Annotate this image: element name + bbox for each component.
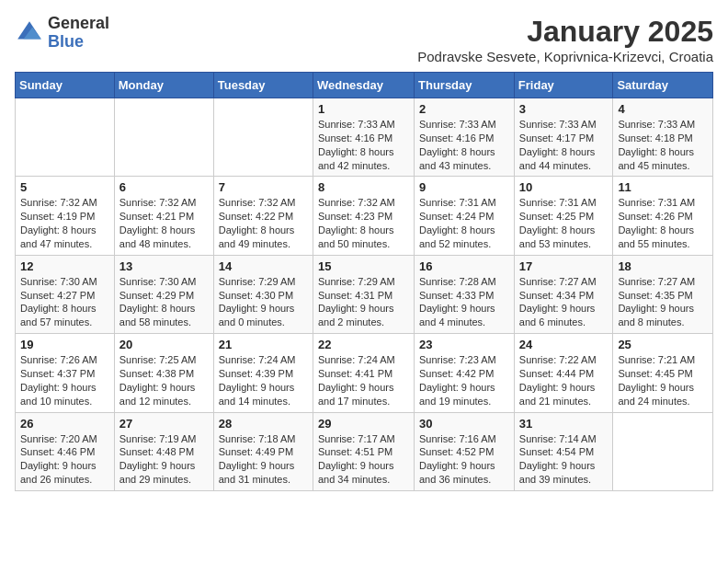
- day-info: Sunrise: 7:24 AM Sunset: 4:39 PM Dayligh…: [219, 353, 308, 408]
- day-number: 26: [20, 417, 109, 431]
- day-number: 22: [318, 338, 409, 351]
- calendar-week-row: 1Sunrise: 7:33 AM Sunset: 4:16 PM Daylig…: [16, 98, 713, 177]
- day-number: 18: [618, 259, 708, 273]
- day-info: Sunrise: 7:29 AM Sunset: 4:31 PM Dayligh…: [318, 275, 409, 329]
- logo: General Blue: [15, 15, 109, 52]
- subtitle: Podravske Sesvete, Koprivnica-Krizevci, …: [417, 49, 713, 64]
- day-info: Sunrise: 7:23 AM Sunset: 4:42 PM Dayligh…: [419, 353, 509, 408]
- day-number: 20: [119, 338, 209, 351]
- day-info: Sunrise: 7:32 AM Sunset: 4:19 PM Dayligh…: [20, 196, 109, 250]
- day-info: Sunrise: 7:27 AM Sunset: 4:35 PM Dayligh…: [618, 275, 708, 329]
- calendar-cell: 31Sunrise: 7:14 AM Sunset: 4:54 PM Dayli…: [514, 412, 613, 490]
- calendar-cell: 21Sunrise: 7:24 AM Sunset: 4:39 PM Dayli…: [213, 334, 313, 412]
- calendar-cell: [613, 412, 713, 490]
- calendar-cell: 9Sunrise: 7:31 AM Sunset: 4:24 PM Daylig…: [415, 177, 515, 255]
- day-info: Sunrise: 7:31 AM Sunset: 4:25 PM Dayligh…: [519, 196, 609, 250]
- calendar-week-row: 12Sunrise: 7:30 AM Sunset: 4:27 PM Dayli…: [16, 255, 713, 333]
- calendar-cell: 3Sunrise: 7:33 AM Sunset: 4:17 PM Daylig…: [514, 98, 613, 177]
- logo-blue: Blue: [48, 33, 109, 52]
- day-info: Sunrise: 7:30 AM Sunset: 4:27 PM Dayligh…: [20, 275, 109, 329]
- day-number: 10: [519, 180, 609, 194]
- calendar-cell: 7Sunrise: 7:32 AM Sunset: 4:22 PM Daylig…: [213, 177, 313, 255]
- day-number: 27: [119, 417, 209, 431]
- day-number: 3: [519, 102, 609, 116]
- calendar-cell: 30Sunrise: 7:16 AM Sunset: 4:52 PM Dayli…: [415, 412, 515, 490]
- calendar-cell: [213, 98, 313, 177]
- day-info: Sunrise: 7:33 AM Sunset: 4:16 PM Dayligh…: [419, 118, 509, 172]
- day-number: 11: [618, 180, 708, 194]
- calendar-cell: 20Sunrise: 7:25 AM Sunset: 4:38 PM Dayli…: [114, 334, 213, 412]
- calendar-week-row: 19Sunrise: 7:26 AM Sunset: 4:37 PM Dayli…: [16, 334, 713, 412]
- day-number: 13: [119, 259, 209, 273]
- day-info: Sunrise: 7:26 AM Sunset: 4:37 PM Dayligh…: [20, 353, 109, 408]
- calendar-cell: 27Sunrise: 7:19 AM Sunset: 4:48 PM Dayli…: [114, 412, 213, 490]
- day-info: Sunrise: 7:32 AM Sunset: 4:21 PM Dayligh…: [119, 196, 209, 250]
- calendar-cell: 18Sunrise: 7:27 AM Sunset: 4:35 PM Dayli…: [613, 255, 713, 333]
- title-section: January 2025 Podravske Sesvete, Koprivni…: [417, 15, 713, 64]
- day-info: Sunrise: 7:24 AM Sunset: 4:41 PM Dayligh…: [318, 353, 409, 408]
- calendar-cell: 22Sunrise: 7:24 AM Sunset: 4:41 PM Dayli…: [313, 334, 414, 412]
- day-number: 29: [318, 417, 409, 431]
- day-number: 24: [519, 338, 609, 351]
- day-info: Sunrise: 7:33 AM Sunset: 4:17 PM Dayligh…: [519, 118, 609, 172]
- day-number: 2: [419, 102, 509, 116]
- day-info: Sunrise: 7:31 AM Sunset: 4:26 PM Dayligh…: [618, 196, 708, 250]
- day-info: Sunrise: 7:19 AM Sunset: 4:48 PM Dayligh…: [119, 432, 209, 487]
- day-info: Sunrise: 7:16 AM Sunset: 4:52 PM Dayligh…: [419, 432, 509, 487]
- page-header: General Blue January 2025 Podravske Sesv…: [15, 15, 713, 64]
- day-number: 28: [219, 417, 308, 431]
- day-info: Sunrise: 7:22 AM Sunset: 4:44 PM Dayligh…: [519, 353, 609, 408]
- day-number: 21: [219, 338, 308, 351]
- calendar-cell: [114, 98, 213, 177]
- day-info: Sunrise: 7:25 AM Sunset: 4:38 PM Dayligh…: [119, 353, 209, 408]
- day-number: 17: [519, 259, 609, 273]
- logo-text: General Blue: [48, 15, 109, 52]
- calendar-body: 1Sunrise: 7:33 AM Sunset: 4:16 PM Daylig…: [16, 98, 713, 491]
- header-row: SundayMondayTuesdayWednesdayThursdayFrid…: [16, 73, 713, 98]
- calendar-cell: 5Sunrise: 7:32 AM Sunset: 4:19 PM Daylig…: [16, 177, 115, 255]
- header-day: Friday: [514, 73, 613, 98]
- day-number: 9: [419, 180, 509, 194]
- day-info: Sunrise: 7:17 AM Sunset: 4:51 PM Dayligh…: [318, 432, 409, 487]
- day-number: 19: [20, 338, 109, 351]
- header-day: Monday: [114, 73, 213, 98]
- day-number: 25: [618, 338, 708, 351]
- calendar-cell: 14Sunrise: 7:29 AM Sunset: 4:30 PM Dayli…: [213, 255, 313, 333]
- calendar-cell: 10Sunrise: 7:31 AM Sunset: 4:25 PM Dayli…: [514, 177, 613, 255]
- calendar-cell: 28Sunrise: 7:18 AM Sunset: 4:49 PM Dayli…: [213, 412, 313, 490]
- day-info: Sunrise: 7:32 AM Sunset: 4:22 PM Dayligh…: [219, 196, 308, 250]
- day-number: 14: [219, 259, 308, 273]
- header-day: Saturday: [613, 73, 713, 98]
- calendar-cell: 4Sunrise: 7:33 AM Sunset: 4:18 PM Daylig…: [613, 98, 713, 177]
- calendar-cell: 23Sunrise: 7:23 AM Sunset: 4:42 PM Dayli…: [415, 334, 515, 412]
- header-day: Sunday: [16, 73, 115, 98]
- day-number: 7: [219, 180, 308, 194]
- day-number: 15: [318, 259, 409, 273]
- header-day: Tuesday: [213, 73, 313, 98]
- day-info: Sunrise: 7:27 AM Sunset: 4:34 PM Dayligh…: [519, 275, 609, 329]
- calendar-cell: 26Sunrise: 7:20 AM Sunset: 4:46 PM Dayli…: [16, 412, 115, 490]
- day-info: Sunrise: 7:21 AM Sunset: 4:45 PM Dayligh…: [618, 353, 708, 408]
- day-number: 23: [419, 338, 509, 351]
- day-number: 16: [419, 259, 509, 273]
- day-number: 31: [519, 417, 609, 431]
- day-info: Sunrise: 7:30 AM Sunset: 4:29 PM Dayligh…: [119, 275, 209, 329]
- day-number: 30: [419, 417, 509, 431]
- logo-icon: [15, 18, 44, 48]
- calendar-cell: [16, 98, 115, 177]
- calendar-cell: 6Sunrise: 7:32 AM Sunset: 4:21 PM Daylig…: [114, 177, 213, 255]
- logo-general: General: [48, 15, 109, 33]
- calendar-cell: 29Sunrise: 7:17 AM Sunset: 4:51 PM Dayli…: [313, 412, 414, 490]
- calendar-week-row: 26Sunrise: 7:20 AM Sunset: 4:46 PM Dayli…: [16, 412, 713, 490]
- calendar-week-row: 5Sunrise: 7:32 AM Sunset: 4:19 PM Daylig…: [16, 177, 713, 255]
- calendar-header: SundayMondayTuesdayWednesdayThursdayFrid…: [16, 73, 713, 98]
- calendar-cell: 15Sunrise: 7:29 AM Sunset: 4:31 PM Dayli…: [313, 255, 414, 333]
- header-day: Wednesday: [313, 73, 414, 98]
- calendar-cell: 19Sunrise: 7:26 AM Sunset: 4:37 PM Dayli…: [16, 334, 115, 412]
- day-info: Sunrise: 7:28 AM Sunset: 4:33 PM Dayligh…: [419, 275, 509, 329]
- day-info: Sunrise: 7:31 AM Sunset: 4:24 PM Dayligh…: [419, 196, 509, 250]
- calendar-cell: 12Sunrise: 7:30 AM Sunset: 4:27 PM Dayli…: [16, 255, 115, 333]
- calendar-cell: 8Sunrise: 7:32 AM Sunset: 4:23 PM Daylig…: [313, 177, 414, 255]
- calendar-cell: 24Sunrise: 7:22 AM Sunset: 4:44 PM Dayli…: [514, 334, 613, 412]
- calendar-cell: 25Sunrise: 7:21 AM Sunset: 4:45 PM Dayli…: [613, 334, 713, 412]
